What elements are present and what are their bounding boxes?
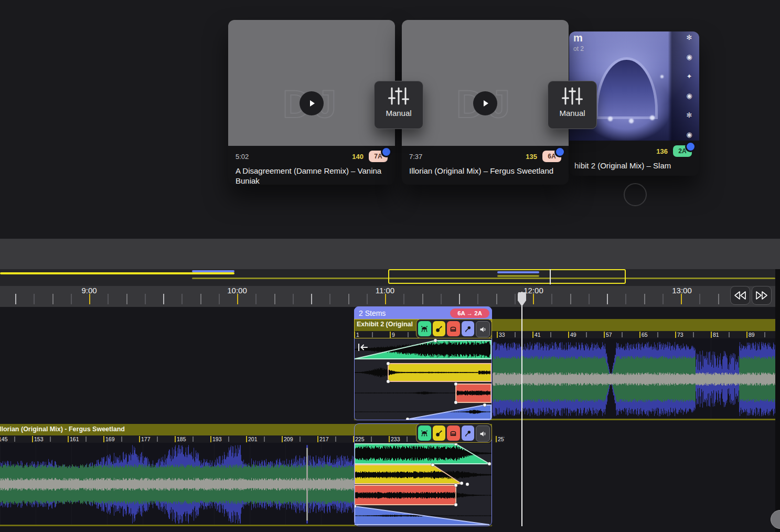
ruler-tick (163, 294, 164, 304)
deck-card-1[interactable]: DJ 5:02 140 7A A Disagreement (Damne Rem… (228, 20, 395, 185)
envelope-point[interactable] (355, 505, 356, 508)
playhead-line[interactable] (521, 292, 522, 526)
transition-manual-button-2[interactable]: Manual (548, 81, 597, 129)
ruler-tick (403, 294, 404, 304)
microphone-icon (464, 430, 472, 437)
stem-guitar-button[interactable] (433, 425, 446, 441)
envelope-point[interactable] (483, 403, 486, 407)
stem-buttons-top (416, 319, 492, 338)
stems-panel-title: 2 Stems (359, 309, 450, 317)
play-preview-button[interactable] (300, 91, 324, 115)
beat-subtick (407, 437, 408, 442)
time-ruler[interactable]: 9:0010:0011:0012:0013:00 (0, 286, 780, 307)
envelope-point[interactable] (488, 462, 491, 465)
stem-envelope-edge (355, 485, 456, 505)
beat-label: 81 (713, 332, 719, 338)
envelope-point[interactable] (454, 484, 457, 487)
guitar-icon (435, 430, 443, 437)
envelope-point[interactable] (431, 463, 434, 466)
envelope-point[interactable] (387, 380, 390, 383)
ruler-tick (126, 294, 127, 304)
deck-card-2[interactable]: DJ 7:37 135 6A Illorian (Original Mix) –… (402, 20, 569, 185)
envelope-point[interactable] (387, 362, 390, 365)
beat-label: 49 (570, 332, 576, 338)
overview-viewport[interactable] (388, 269, 626, 284)
beat-label: 201 (248, 436, 258, 442)
transition-mode-label: Manual (559, 109, 585, 118)
stem-keys-button[interactable] (447, 321, 460, 336)
stem-volume-button[interactable] (476, 321, 490, 337)
beat-subtick (157, 437, 158, 442)
speaker-icon (479, 326, 487, 333)
stem-volume-button[interactable] (476, 425, 490, 442)
beat-label: 193 (212, 436, 222, 442)
drum-icon (421, 430, 428, 437)
microphone-icon (464, 325, 472, 333)
clip-start-handle[interactable] (357, 343, 369, 354)
beat-tick (246, 436, 247, 442)
beat-subtick (550, 332, 551, 337)
stem-vocals-button[interactable] (462, 425, 475, 441)
envelope-point[interactable] (454, 443, 457, 445)
ruler-tick (52, 294, 54, 304)
stems-bottom-envelope-lines[interactable] (355, 443, 491, 526)
key-badge: 6A (542, 151, 561, 162)
beat-subtick (408, 332, 409, 337)
beat-label: 209 (284, 436, 293, 442)
envelope-point[interactable] (434, 339, 437, 342)
envelope-point[interactable] (460, 482, 463, 485)
envelope-point[interactable] (454, 382, 457, 386)
track2-waveform[interactable] (0, 444, 355, 525)
envelope-point[interactable] (406, 418, 409, 420)
fast-forward-button[interactable] (752, 286, 772, 305)
overview-playhead (550, 269, 551, 284)
ruler-tick (699, 294, 700, 304)
envelope-point[interactable] (466, 483, 469, 486)
beat-label: 89 (749, 332, 755, 338)
stem-vocals-button[interactable] (462, 321, 475, 336)
envelope-point[interactable] (454, 503, 457, 506)
beat-tick (103, 436, 104, 442)
fast-forward-icon (755, 291, 768, 300)
envelope-point[interactable] (454, 401, 457, 404)
ruler-tick (496, 294, 497, 304)
piano-icon (450, 430, 457, 437)
stem-envelope-edge (388, 364, 491, 381)
track-a-extent (0, 272, 234, 274)
stem-keys-button[interactable] (447, 425, 460, 441)
track1-waveform[interactable] (493, 339, 775, 419)
scrollbar-track[interactable] (775, 269, 780, 532)
drum-icon (421, 325, 428, 333)
beat-label: 73 (677, 332, 683, 338)
ruler-tick (89, 294, 90, 304)
stems-top-envelope-lines[interactable] (355, 338, 491, 420)
ruler-tick (181, 294, 183, 304)
record-label-logo (624, 183, 647, 206)
transition-mode-label: Manual (386, 109, 411, 118)
beat-subtick (300, 437, 301, 442)
beat-label: 233 (391, 436, 400, 442)
duration: 7:37 (409, 153, 526, 161)
ruler-tick (108, 294, 109, 304)
beat-tick (175, 436, 176, 442)
beat-subtick (50, 437, 51, 442)
ruler-tick (385, 294, 386, 304)
stems-panel-header[interactable]: 2 Stems 6A → 2A (354, 306, 492, 320)
play-preview-button[interactable] (473, 91, 497, 115)
beat-tick (496, 436, 497, 442)
mix-overview[interactable] (0, 269, 780, 286)
beat-subtick (622, 332, 623, 337)
beat-label: 65 (642, 332, 648, 338)
bpm-value: 140 (352, 153, 364, 161)
rewind-button[interactable] (730, 286, 750, 305)
stem-drums-button[interactable] (418, 425, 431, 441)
stem-envelope-edge (355, 341, 491, 359)
ruler-tick (477, 294, 478, 304)
transition-manual-button-1[interactable]: Manual (374, 81, 423, 129)
play-icon (307, 99, 316, 108)
key-transition-badge: 6A → 2A (450, 308, 489, 318)
stem-guitar-button[interactable] (433, 321, 446, 336)
stem-envelope-edge (456, 384, 491, 402)
stem-drums-button[interactable] (418, 321, 431, 336)
album-art-light (629, 119, 634, 123)
